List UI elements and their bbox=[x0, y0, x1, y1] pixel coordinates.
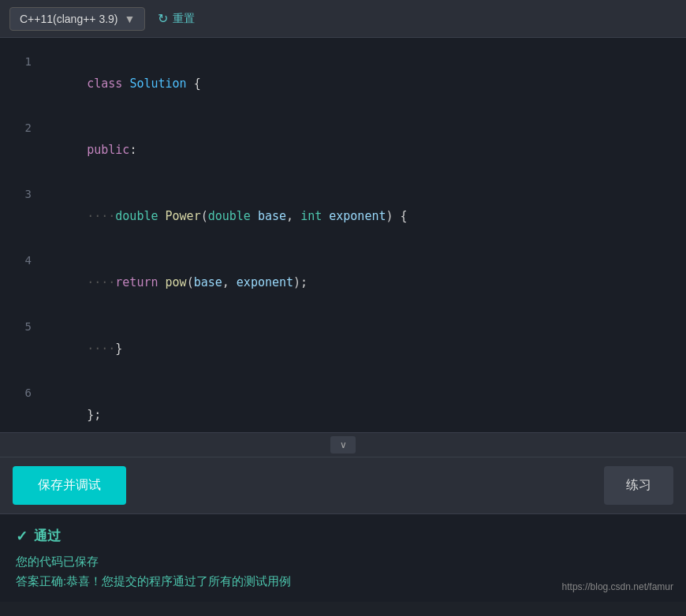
refresh-icon: ↻ bbox=[158, 11, 168, 26]
status-text: 通过 bbox=[34, 527, 61, 545]
code-line-2: 2 public: bbox=[0, 117, 686, 183]
result-section: ✓ 通过 您的代码已保存 答案正确:恭喜！您提交的程序通过了所有的测试用例 ht… bbox=[0, 514, 686, 602]
reset-button[interactable]: ↻ 重置 bbox=[158, 11, 195, 26]
code-editor[interactable]: 1 class Solution { 2 public: 3 ····doubl… bbox=[0, 38, 686, 432]
language-selector[interactable]: C++11(clang++ 3.9) ▼ bbox=[9, 7, 145, 31]
code-content: }; bbox=[44, 382, 101, 432]
line-number: 1 bbox=[13, 50, 32, 73]
practice-button[interactable]: 练习 bbox=[604, 466, 673, 505]
code-line-1: 1 class Solution { bbox=[0, 50, 686, 117]
code-line-3: 3 ····double Power(double base, int expo… bbox=[0, 183, 686, 249]
code-line-5: 5 ····} bbox=[0, 315, 686, 382]
code-content: ····} bbox=[44, 315, 122, 382]
save-test-button[interactable]: 保存并调试 bbox=[13, 466, 126, 505]
code-content: class Solution { bbox=[44, 50, 201, 117]
line-number: 5 bbox=[13, 315, 32, 338]
code-line-4: 4 ····return pow(base, exponent); bbox=[0, 249, 686, 315]
panel-divider: ∨ bbox=[0, 432, 686, 457]
language-label: C++11(clang++ 3.9) bbox=[20, 13, 118, 25]
chevron-down-icon: ▼ bbox=[125, 13, 136, 25]
chevron-down-icon: ∨ bbox=[340, 439, 347, 450]
code-content: public: bbox=[44, 117, 136, 183]
code-content: ····double Power(double base, int expone… bbox=[44, 183, 408, 249]
line-number: 6 bbox=[13, 382, 32, 404]
line-number: 3 bbox=[13, 183, 32, 205]
csdn-link: https://blog.csdn.net/famur bbox=[562, 581, 673, 592]
toolbar: C++11(clang++ 3.9) ▼ ↻ 重置 bbox=[0, 0, 686, 38]
code-line-6: 6 }; bbox=[0, 382, 686, 432]
saved-message: 您的代码已保存 bbox=[16, 554, 670, 569]
check-icon: ✓ bbox=[16, 528, 28, 545]
reset-label: 重置 bbox=[173, 12, 195, 26]
line-number: 4 bbox=[13, 249, 32, 271]
line-number: 2 bbox=[13, 117, 32, 139]
action-bar: 保存并调试 练习 bbox=[0, 457, 686, 514]
result-status: ✓ 通过 bbox=[16, 527, 670, 545]
code-content: ····return pow(base, exponent); bbox=[44, 249, 308, 315]
collapse-button[interactable]: ∨ bbox=[330, 436, 356, 454]
